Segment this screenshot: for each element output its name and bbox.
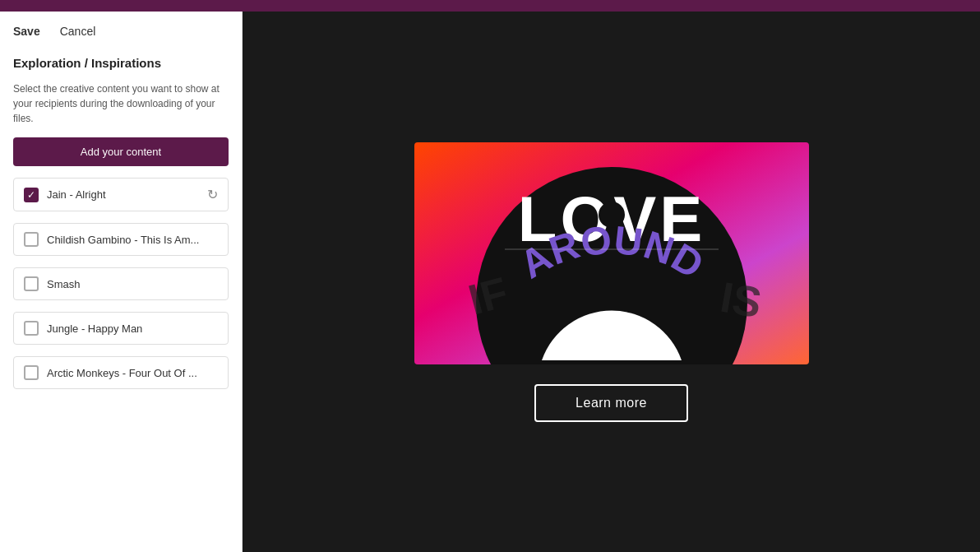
add-content-button[interactable]: Add your content	[13, 137, 229, 166]
sidebar-description: Select the creative content you want to …	[13, 81, 229, 126]
content-label-jungle: Jungle - Happy Man	[47, 322, 218, 335]
top-bar	[0, 0, 980, 12]
refresh-icon-jain[interactable]: ↻	[207, 187, 218, 202]
sidebar-actions: Save Cancel	[13, 25, 229, 38]
content-label-smash: Smash	[47, 278, 218, 290]
save-button[interactable]: Save	[13, 25, 40, 38]
content-item-jungle[interactable]: Jungle - Happy Man	[13, 312, 229, 345]
sidebar: Save Cancel Exploration / Inspirations S…	[0, 12, 243, 552]
content-label-jain: Jain - Alright	[47, 188, 199, 201]
content-label-arctic: Arctic Monkeys - Four Out Of ...	[47, 367, 218, 379]
checkbox-childish[interactable]	[24, 232, 39, 247]
svg-text:IS: IS	[717, 272, 765, 327]
main-container: Save Cancel Exploration / Inspirations S…	[0, 12, 980, 552]
sidebar-title: Exploration / Inspirations	[13, 56, 229, 70]
checkbox-smash[interactable]	[24, 276, 39, 291]
preview-image-container: IF IS LOVE AROUND	[414, 142, 809, 364]
preview-artwork: IF IS LOVE AROUND	[414, 142, 809, 364]
learn-more-button[interactable]: Learn more	[534, 384, 688, 422]
content-item-childish[interactable]: Childish Gambino - This Is Am...	[13, 223, 229, 256]
content-item-arctic[interactable]: Arctic Monkeys - Four Out Of ...	[13, 356, 229, 389]
cancel-button[interactable]: Cancel	[60, 25, 96, 38]
checkbox-jungle[interactable]	[24, 321, 39, 336]
content-item-jain[interactable]: Jain - Alright ↻	[13, 178, 229, 211]
content-label-childish: Childish Gambino - This Is Am...	[47, 234, 218, 246]
checkbox-arctic[interactable]	[24, 365, 39, 380]
content-item-smash[interactable]: Smash	[13, 267, 229, 300]
checkbox-jain[interactable]	[24, 188, 39, 202]
preview-area: IF IS LOVE AROUND Learn more	[243, 12, 980, 552]
